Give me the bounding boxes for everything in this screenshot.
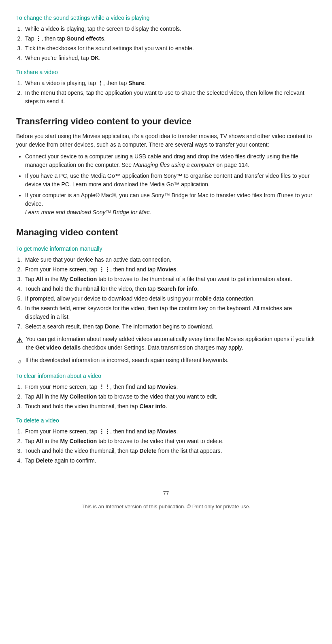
list-item: If you have a PC, use the Media Go™ appl… <box>25 172 316 189</box>
list-item: Tick the checkboxes for the sound settin… <box>23 44 316 53</box>
delete-bold2: Delete <box>36 457 53 464</box>
delete-video-heading: To delete a video <box>16 416 316 425</box>
note-tip: ☼ If the downloaded information is incor… <box>16 356 316 366</box>
delete-video-subsection: To delete a video From your Home screen,… <box>16 416 316 465</box>
movies-bold1: Movies <box>157 266 176 273</box>
transferring-heading: Transferring video content to your devic… <box>16 115 316 128</box>
note-exclamation: ⚠ You can get information about newly ad… <box>16 335 316 352</box>
get-video-details-bold: Get video details <box>35 344 81 351</box>
list-item: From your Home screen, tap ⋮⋮, then find… <box>23 265 316 274</box>
all-bold1: All <box>36 276 43 282</box>
note-exclamation-text: You can get information about newly adde… <box>26 335 316 352</box>
list-item: Tap All in the My Collection tab to brow… <box>23 392 316 401</box>
page-number: 77 <box>16 489 316 497</box>
list-item: Tap ⋮, then tap Sound effects. <box>23 34 316 43</box>
apps-icon2: ⋮⋮ <box>99 384 110 390</box>
list-item: Tap Delete again to confirm. <box>23 456 316 465</box>
list-item: When a video is playing, tap ⋮, then tap… <box>23 79 316 87</box>
list-item: Touch and hold the video thumbnail, then… <box>23 402 316 411</box>
menu-icon-symbol: ⋮ <box>36 35 41 42</box>
all-bold3: All <box>36 438 43 444</box>
list-item: Tap All in the My Collection tab to brow… <box>23 275 316 284</box>
get-info-steps: Make sure that your device has an active… <box>23 256 316 331</box>
managing-section: Managing video content To get movie info… <box>16 226 316 465</box>
tip-icon: ☼ <box>16 356 22 366</box>
list-item: From your Home screen, tap ⋮⋮, then find… <box>23 427 316 436</box>
menu-icon-symbol2: ⋮ <box>98 80 103 86</box>
list-item: Make sure that your device has an active… <box>23 256 316 264</box>
delete-video-steps: From your Home screen, tap ⋮⋮, then find… <box>23 427 316 465</box>
clear-info-bold: Clear info <box>140 403 166 409</box>
list-item: Touch and hold the thumbnail for the vid… <box>23 285 316 293</box>
my-collection-bold3: My Collection <box>60 438 97 444</box>
my-collection-bold1: My Collection <box>60 276 97 282</box>
copyright-text: This is an Internet version of this publ… <box>16 503 316 511</box>
share-video-section: To share a video When a video is playing… <box>16 68 316 106</box>
sound-settings-steps: While a video is playing, tap the screen… <box>23 25 316 62</box>
transferring-intro: Before you start using the Movies applic… <box>16 132 316 149</box>
share-video-heading: To share a video <box>16 68 316 77</box>
list-item: Touch and hold the video thumbnail, then… <box>23 447 316 455</box>
my-collection-bold2: My Collection <box>60 393 97 400</box>
list-item: If prompted, allow your device to downlo… <box>23 294 316 303</box>
list-item: Select a search result, then tap Done. T… <box>23 322 316 331</box>
movies-bold3: Movies <box>157 428 176 435</box>
apps-icon3: ⋮⋮ <box>99 428 110 435</box>
get-info-subsection: To get movie information manually Make s… <box>16 245 316 366</box>
note-tip-text: If the downloaded information is incorre… <box>26 356 229 365</box>
list-item: While a video is playing, tap the screen… <box>23 25 316 33</box>
list-item: When you're finished, tap OK. <box>23 54 316 62</box>
italic-ref: Managing files using a computer <box>133 162 215 168</box>
list-item: If your computer is an Apple® Mac®, you … <box>25 191 316 217</box>
get-info-heading: To get movie information manually <box>16 245 316 253</box>
managing-heading: Managing video content <box>16 226 316 239</box>
footer-divider <box>16 500 316 500</box>
italic-link-ref: Learn more and download Sony™ Bridge for… <box>25 209 151 215</box>
search-for-info-bold: Search for info <box>157 286 197 292</box>
done-bold: Done <box>105 323 119 330</box>
footer: 77 This is an Internet version of this p… <box>16 489 316 510</box>
list-item: Tap All in the My Collection tab to brow… <box>23 437 316 446</box>
share-video-steps: When a video is playing, tap ⋮, then tap… <box>23 79 316 106</box>
list-item: From your Home screen, tap ⋮⋮, then find… <box>23 383 316 391</box>
share-bold: Share <box>128 80 144 86</box>
apps-icon1: ⋮⋮ <box>99 266 110 273</box>
sound-settings-heading: To change the sound settings while a vid… <box>16 14 316 22</box>
clear-info-subsection: To clear information about a video From … <box>16 372 316 411</box>
transferring-section: Transferring video content to your devic… <box>16 115 316 217</box>
list-item: Connect your device to a computer using … <box>25 152 316 169</box>
exclamation-icon: ⚠ <box>16 335 23 346</box>
clear-info-heading: To clear information about a video <box>16 372 316 380</box>
transferring-bullets: Connect your device to a computer using … <box>25 152 316 217</box>
list-item: In the search field, enter keywords for … <box>23 304 316 321</box>
list-item: In the menu that opens, tap the applicat… <box>23 89 316 106</box>
delete-bold1: Delete <box>140 448 157 454</box>
sound-settings-section: To change the sound settings while a vid… <box>16 14 316 62</box>
ok-bold: OK <box>90 55 99 61</box>
clear-info-steps: From your Home screen, tap ⋮⋮, then find… <box>23 383 316 411</box>
sound-effects-bold: Sound effects <box>67 35 104 42</box>
movies-bold2: Movies <box>157 384 176 390</box>
all-bold2: All <box>36 393 43 400</box>
